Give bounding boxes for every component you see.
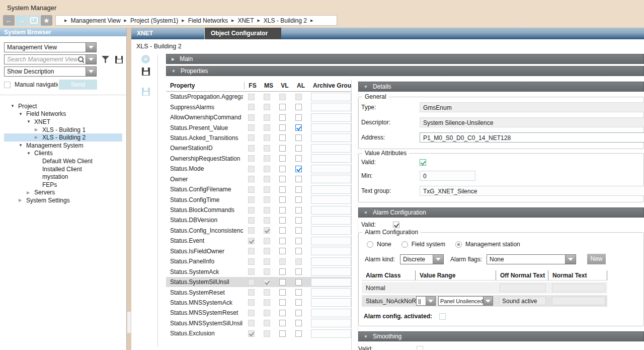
vl-checkbox[interactable] <box>279 124 286 131</box>
search-box[interactable]: Search Management View <box>4 54 97 64</box>
section-alarm-configuration[interactable]: ▼ Alarm Configuration <box>358 207 644 218</box>
al-checkbox[interactable] <box>295 124 302 131</box>
vl-checkbox[interactable] <box>279 238 286 244</box>
vl-checkbox[interactable] <box>279 299 286 306</box>
expander-open-icon[interactable]: ▼ <box>19 143 23 148</box>
breadcrumb-item-xls-building-2[interactable]: XLS - Building 2 <box>264 17 307 24</box>
off-normal-text-input[interactable]: Sound active <box>500 297 546 305</box>
history-button[interactable] <box>28 15 40 26</box>
chevron-down-icon[interactable] <box>565 255 576 264</box>
archive-group-input[interactable] <box>311 165 351 173</box>
archive-group-input[interactable] <box>311 257 351 266</box>
al-checkbox[interactable] <box>295 310 302 316</box>
vl-checkbox[interactable] <box>279 145 286 152</box>
off-normal-text-input[interactable] <box>500 284 546 292</box>
property-row[interactable]: Status.SystemAck <box>166 266 351 276</box>
vl-checkbox[interactable] <box>279 279 286 286</box>
tree-item-xls-building-1[interactable]: ▶XLS - Building 1 <box>4 126 122 134</box>
tree-item-mystation[interactable]: mystation <box>4 173 122 181</box>
back-button[interactable]: ← <box>3 15 15 26</box>
chevron-down-icon[interactable] <box>86 67 96 76</box>
vl-checkbox[interactable] <box>279 320 286 326</box>
vl-checkbox[interactable] <box>279 196 286 203</box>
archive-group-input[interactable] <box>311 237 351 245</box>
al-checkbox[interactable] <box>295 166 302 172</box>
alarm-row-status-noacknoreset[interactable]: Status_NoAckNoReset||Panel UnsilencedSou… <box>362 295 607 307</box>
al-checkbox[interactable] <box>295 217 302 224</box>
archive-group-input[interactable] <box>311 133 351 142</box>
smoothing-valid-checkbox[interactable] <box>417 346 423 350</box>
tree-item-field-networks[interactable]: ▼Field Networks <box>4 110 122 118</box>
tree-item-clients[interactable]: ▼Clients <box>4 150 122 158</box>
forward-button[interactable]: → <box>16 15 27 26</box>
archive-group-input[interactable] <box>311 144 351 153</box>
expander-closed-icon[interactable]: ▶ <box>19 198 22 202</box>
manual-navigation-checkbox[interactable] <box>4 82 11 88</box>
section-main[interactable]: ▶ Main <box>166 54 644 64</box>
favorites-button[interactable]: ★ <box>41 15 52 26</box>
al-checkbox[interactable] <box>295 145 302 152</box>
property-row[interactable]: Status.MNSSystemSilUnsil <box>166 318 351 328</box>
chevron-down-icon[interactable] <box>483 297 493 305</box>
range-value-dropdown[interactable]: Panel Unsilenced <box>438 296 493 306</box>
property-row[interactable]: Status.IsFieldOwner <box>166 246 351 256</box>
al-checkbox[interactable] <box>295 268 302 275</box>
archive-group-input[interactable] <box>311 288 351 297</box>
property-row[interactable]: Owner <box>166 174 351 184</box>
al-checkbox[interactable] <box>295 186 302 193</box>
tree-item-xnet[interactable]: ▼XNET <box>4 118 122 126</box>
vl-checkbox[interactable] <box>279 268 286 275</box>
property-row[interactable]: Status.BlockCommands <box>166 205 351 215</box>
vl-checkbox[interactable] <box>279 155 286 162</box>
al-checkbox[interactable] <box>295 248 302 254</box>
property-row[interactable]: Status.Exclusion <box>166 328 351 338</box>
save-all-button[interactable] <box>142 88 150 96</box>
al-checkbox[interactable] <box>295 104 302 110</box>
al-checkbox[interactable] <box>295 299 302 306</box>
archive-group-input[interactable] <box>311 226 351 235</box>
vl-checkbox[interactable] <box>279 248 286 254</box>
section-details[interactable]: ▼ Details <box>358 82 644 92</box>
vl-checkbox[interactable] <box>279 330 286 337</box>
property-row[interactable]: StatusPropagation.Aggregati <box>166 92 351 102</box>
address-field[interactable]: P1_M0_S0_D0_C0_14_NET128 <box>420 132 644 143</box>
archive-group-input[interactable] <box>311 329 351 338</box>
radio-field-system[interactable]: Field system <box>401 241 445 248</box>
archive-group-input[interactable] <box>311 278 351 287</box>
property-row[interactable]: OwnerStationID <box>166 143 351 153</box>
archive-group-input[interactable] <box>311 267 351 276</box>
text-group-field[interactable]: TxG_XNET_Silence <box>420 186 644 196</box>
panel-splitter[interactable] <box>127 28 131 350</box>
vl-checkbox[interactable] <box>279 289 286 296</box>
archive-group-input[interactable] <box>311 113 351 122</box>
tab-xnet[interactable]: XNET <box>131 28 204 39</box>
chevron-down-icon[interactable] <box>86 43 96 52</box>
radio-none[interactable]: None <box>367 241 391 248</box>
chevron-down-icon[interactable] <box>433 255 443 264</box>
archive-group-input[interactable] <box>311 319 351 327</box>
breadcrumb-item-field-networks[interactable]: Field Networks <box>188 17 228 24</box>
property-row[interactable]: Status.PanelInfo <box>166 256 351 266</box>
breadcrumb-item-xnet[interactable]: XNET <box>237 17 254 24</box>
property-row[interactable]: Status.MNSSystemReset <box>166 308 351 318</box>
save-search-icon[interactable] <box>115 56 123 63</box>
breadcrumb-item-project-system1[interactable]: Project (System1) <box>130 17 178 24</box>
alarm-row-normal[interactable]: Normal <box>362 282 607 294</box>
archive-group-input[interactable] <box>311 93 351 101</box>
new-button[interactable]: New <box>587 254 606 264</box>
descriptor-field[interactable]: System Silence-Unsilence <box>420 117 644 127</box>
section-properties[interactable]: ▼ Properties <box>166 66 644 76</box>
property-row[interactable]: Status.ConfigTime <box>166 194 351 204</box>
archive-group-input[interactable] <box>311 216 351 225</box>
chevron-down-icon[interactable] <box>426 297 435 305</box>
chevron-down-icon[interactable] <box>86 55 96 64</box>
radio-management-station[interactable]: Management station <box>455 241 520 248</box>
al-checkbox[interactable] <box>295 238 302 244</box>
discard-button[interactable]: ✕ <box>141 55 150 63</box>
archive-group-input[interactable] <box>311 247 351 255</box>
property-row[interactable]: Status.Config_Inconsistency <box>166 226 351 236</box>
tree-item-project[interactable]: ▼Project <box>4 102 122 110</box>
vl-checkbox[interactable] <box>279 166 286 172</box>
property-row[interactable]: Status.SystemReset <box>166 287 351 297</box>
al-checkbox[interactable] <box>295 176 302 182</box>
